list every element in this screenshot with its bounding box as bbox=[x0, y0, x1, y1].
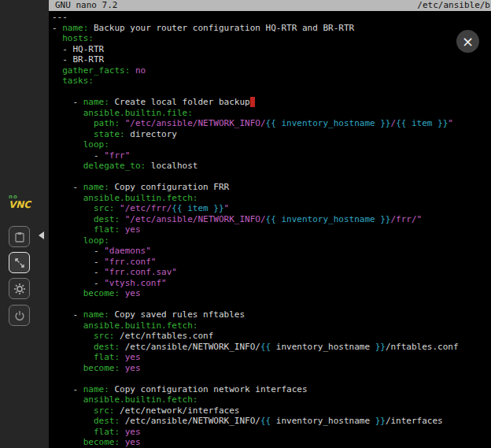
terminal-text-segment: "/etc/ansible/NETWORK_INFO/ bbox=[125, 118, 266, 128]
nano-version-label: GNU nano 7.2 bbox=[55, 0, 117, 11]
terminal-line: ansible.builtin.fetch: bbox=[52, 193, 491, 204]
terminal-text-segment bbox=[52, 33, 62, 43]
terminal-line: ansible.builtin.file: bbox=[52, 108, 491, 119]
terminal-text-segment: src: bbox=[94, 203, 115, 213]
terminal-text-segment: become: bbox=[83, 437, 120, 447]
terminal-text-segment: yes bbox=[120, 437, 141, 447]
terminal-text-segment bbox=[52, 405, 94, 416]
terminal-text-segment: ansible.builtin.fetch: bbox=[83, 193, 198, 203]
terminal-text-segment: Backup your router configuration HQ-RTR … bbox=[88, 23, 354, 33]
terminal-text-segment: "vtysh.conf" bbox=[104, 278, 166, 288]
terminal-line: - "vtysh.conf" bbox=[52, 278, 491, 289]
terminal-line: dest: "/etc/ansible/NETWORK_INFO/{{ inve… bbox=[52, 214, 491, 225]
vnc-sidebar: no VNC bbox=[0, 0, 49, 448]
novnc-logo: no VNC bbox=[9, 194, 31, 209]
power-icon bbox=[14, 310, 25, 321]
terminal-text-segment bbox=[52, 161, 83, 171]
nano-titlebar: GNU nano 7.2 /etc/ansible/b bbox=[49, 0, 491, 11]
terminal-text-segment: {{ item }} bbox=[172, 203, 223, 213]
terminal-text-segment bbox=[52, 235, 83, 246]
control-bar-handle[interactable] bbox=[35, 230, 46, 241]
terminal-line: ansible.builtin.fetch: bbox=[52, 394, 491, 405]
close-icon: × bbox=[462, 33, 474, 50]
terminal-line bbox=[52, 373, 491, 384]
terminal-line: - name: Copy configuration FRR bbox=[52, 182, 491, 193]
terminal-text-segment: {{ bbox=[260, 342, 271, 352]
clipboard-icon bbox=[14, 231, 25, 243]
terminal-text-segment: loop: bbox=[83, 139, 109, 150]
terminal-line: loop: bbox=[52, 235, 491, 246]
text-cursor bbox=[250, 97, 256, 107]
terminal-text-segment: " bbox=[224, 203, 230, 213]
terminal-text-segment bbox=[52, 427, 94, 437]
terminal-text-segment: name: bbox=[83, 384, 109, 394]
terminal-line: - HQ-RTR bbox=[52, 44, 491, 55]
terminal-text-segment bbox=[52, 76, 62, 86]
fullscreen-button[interactable] bbox=[9, 252, 30, 273]
terminal-line: become: yes bbox=[52, 288, 491, 299]
terminal-text-segment: localhost bbox=[146, 161, 198, 171]
terminal-text-segment: flat: bbox=[94, 352, 120, 362]
fullscreen-icon bbox=[14, 257, 25, 268]
terminal-text-segment bbox=[52, 214, 94, 224]
terminal-line: - "frr" bbox=[52, 150, 491, 161]
terminal-text-segment: "frr.conf" bbox=[104, 257, 156, 267]
terminal-text-segment: }} bbox=[375, 416, 386, 426]
terminal-text-segment: inventory_hostname bbox=[271, 416, 375, 426]
terminal-line: loop: bbox=[52, 139, 491, 150]
terminal-text-segment bbox=[52, 65, 62, 76]
terminal-line: ansible.builtin.fetch: bbox=[52, 320, 491, 331]
terminal-text-segment: yes bbox=[120, 352, 141, 362]
terminal-line: --- bbox=[52, 12, 491, 23]
terminal-text-segment: /interfaces bbox=[386, 416, 443, 426]
terminal-text-segment: - bbox=[52, 278, 104, 288]
terminal-text-segment bbox=[52, 129, 94, 139]
terminal-text-segment: gather_facts: bbox=[62, 65, 130, 76]
close-overlay-button[interactable]: × bbox=[456, 30, 479, 53]
terminal-line: - "daemons" bbox=[52, 246, 491, 257]
terminal-text-segment: yes bbox=[120, 224, 141, 235]
terminal-text-segment: "frr.conf.sav" bbox=[104, 267, 177, 277]
terminal-text-segment: - bbox=[52, 97, 83, 107]
terminal-text-segment: {{ inventory_hostname }} bbox=[266, 118, 391, 128]
terminal-line: src: /etc/nftables.conf bbox=[52, 331, 491, 342]
terminal-text-segment: delegate_to: bbox=[83, 161, 146, 171]
terminal-text-segment: - bbox=[52, 150, 104, 161]
terminal-content[interactable]: ---- name: Backup your router configurat… bbox=[52, 12, 491, 448]
terminal-text-segment bbox=[120, 118, 125, 128]
terminal-line: flat: yes bbox=[52, 427, 491, 438]
terminal-text-segment bbox=[52, 118, 94, 128]
terminal-text-segment: Copy saved rules nftables bbox=[109, 309, 245, 320]
terminal-line bbox=[52, 172, 491, 183]
terminal-text-segment: - bbox=[52, 384, 83, 394]
terminal-text-segment: - bbox=[52, 267, 104, 277]
terminal-text-segment: /etc/network/interfaces bbox=[114, 405, 239, 416]
terminal-text-segment: /nftables.conf bbox=[386, 342, 459, 352]
terminal-window: GNU nano 7.2 /etc/ansible/b ---- name: B… bbox=[49, 0, 491, 448]
terminal-text-segment: ansible.builtin.fetch: bbox=[83, 394, 198, 405]
terminal-line: - "frr.conf" bbox=[52, 257, 491, 268]
terminal-text-segment: /frr/" bbox=[391, 214, 423, 224]
terminal-line: - name: Backup your router configuration… bbox=[52, 23, 491, 34]
settings-button[interactable] bbox=[9, 278, 30, 299]
terminal-text-segment: name: bbox=[83, 182, 109, 192]
terminal-line: - name: Copy configuration network inter… bbox=[52, 384, 491, 395]
terminal-text-segment: state: bbox=[94, 129, 125, 139]
terminal-text-segment: ansible.builtin.fetch: bbox=[83, 320, 198, 331]
clipboard-button[interactable] bbox=[9, 226, 30, 247]
terminal-line: hosts: bbox=[52, 33, 491, 44]
terminal-line: src: "/etc/frr/{{ item }}" bbox=[52, 203, 491, 214]
power-button[interactable] bbox=[9, 305, 30, 326]
terminal-text-segment: - bbox=[52, 23, 62, 33]
terminal-text-segment bbox=[52, 193, 83, 203]
terminal-text-segment: tasks: bbox=[62, 76, 94, 86]
terminal-text-segment: name: bbox=[83, 309, 109, 320]
terminal-line bbox=[52, 299, 491, 310]
terminal-text-segment: inventory_hostname bbox=[271, 342, 375, 352]
terminal-text-segment bbox=[52, 203, 94, 213]
terminal-line: gather_facts: no bbox=[52, 65, 491, 76]
novnc-logo-text: VNC bbox=[9, 200, 31, 209]
terminal-text-segment: flat: bbox=[94, 427, 120, 437]
terminal-text-segment bbox=[120, 214, 125, 224]
terminal-text-segment: yes bbox=[120, 427, 141, 437]
